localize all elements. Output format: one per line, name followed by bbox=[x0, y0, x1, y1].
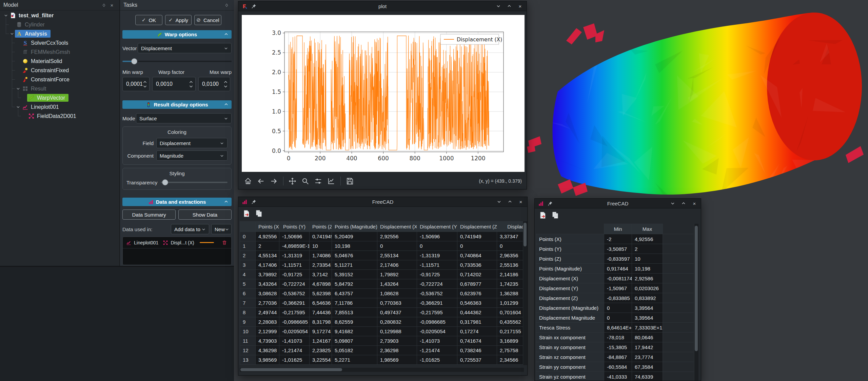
copy-data-icon[interactable] bbox=[551, 211, 559, 219]
table-cell[interactable]: 3,16899 bbox=[497, 336, 524, 346]
table-cell[interactable]: 3,37347 bbox=[497, 232, 524, 241]
max-value[interactable]: 3,39564 bbox=[632, 303, 663, 313]
table-cell[interactable]: -1,50696 bbox=[417, 232, 457, 241]
table-cell[interactable]: 0,497437 bbox=[377, 308, 417, 317]
min-value[interactable]: 0 bbox=[604, 313, 632, 323]
add-data-to-dropdown[interactable]: Add data to bbox=[171, 224, 209, 234]
table-cell[interactable]: 1,08628 bbox=[377, 289, 417, 298]
max-warp-spinbox[interactable]: 0,0100 bbox=[198, 77, 230, 91]
table-cell[interactable]: 4,55134 bbox=[256, 251, 279, 260]
spin-arrows-icon[interactable] bbox=[143, 81, 147, 88]
table-cell[interactable]: 2,92556 bbox=[377, 232, 417, 241]
table-cell[interactable]: 1,98569 bbox=[377, 355, 417, 365]
table-cell[interactable]: -1,41073 bbox=[279, 336, 310, 346]
table-cell[interactable]: 0,546363 bbox=[457, 298, 497, 308]
table-cell[interactable]: 4,73903 bbox=[256, 336, 279, 346]
table-row[interactable]: Points (Z)-0,83359710 bbox=[536, 254, 694, 264]
table-cell[interactable]: 0,129988 bbox=[377, 327, 417, 336]
tree-item-test_wd_filter[interactable]: test_wd_filter bbox=[0, 11, 119, 20]
pin-icon[interactable] bbox=[547, 201, 553, 206]
tree-item-cylinder[interactable]: Cylinder bbox=[0, 20, 119, 29]
table-cell[interactable]: -4,89859E-16 bbox=[279, 241, 310, 251]
component-dropdown[interactable]: Magnitude bbox=[156, 151, 228, 161]
table-row[interactable]: 92,28083-0,09866858,317988,625590,280832… bbox=[240, 317, 524, 327]
min-value[interactable]: -3,50857 bbox=[604, 244, 632, 254]
chevron-up-icon[interactable] bbox=[224, 32, 229, 38]
show-data-button[interactable]: Show Data bbox=[178, 209, 232, 220]
table-cell[interactable]: 7,85513 bbox=[332, 308, 377, 317]
max-value[interactable]: 67,3584 bbox=[632, 362, 663, 372]
table-row[interactable]: 34,17406-1,115712,733545,112712,17406-1,… bbox=[240, 260, 524, 270]
min-value[interactable]: -2 bbox=[604, 234, 632, 244]
table-cell[interactable]: 0,701604 bbox=[497, 308, 524, 317]
table-cell[interactable]: 0 bbox=[417, 241, 457, 251]
vector-dropdown[interactable]: Displacement bbox=[138, 43, 232, 53]
table-cell[interactable]: 5,11271 bbox=[332, 260, 377, 270]
table-cell[interactable]: 1,24167 bbox=[310, 336, 332, 346]
cylinder-end-cap[interactable] bbox=[767, 13, 862, 160]
table-cell[interactable]: 2,55134 bbox=[377, 251, 417, 260]
forward-icon[interactable] bbox=[269, 176, 278, 186]
table-cell[interactable]: 2,75758 bbox=[497, 346, 524, 355]
min-value[interactable]: -15,3805 bbox=[604, 342, 632, 352]
column-header[interactable]: Displacement (Y) bbox=[417, 222, 457, 232]
pan-icon[interactable] bbox=[288, 176, 297, 186]
horizontal-scrollbar[interactable] bbox=[240, 368, 524, 372]
table-cell[interactable]: 0,738246 bbox=[457, 346, 497, 355]
trash-icon[interactable] bbox=[222, 240, 227, 245]
close-window-icon[interactable]: × bbox=[517, 3, 523, 9]
close-window-icon[interactable]: × bbox=[691, 200, 697, 206]
tree-item-femmeshgmsh[interactable]: FEMMeshGmsh bbox=[0, 47, 119, 57]
column-header[interactable]: Displacement (X) bbox=[377, 222, 417, 232]
table-cell[interactable]: 0,17274 bbox=[457, 327, 497, 336]
table-cell[interactable]: -0,91725 bbox=[279, 270, 310, 279]
table-cell[interactable]: -0,217595 bbox=[279, 308, 310, 317]
max-value[interactable]: 7,33303E+12 bbox=[632, 323, 663, 333]
table-cell[interactable]: -1,21474 bbox=[417, 346, 457, 355]
minimize-window-icon[interactable] bbox=[496, 199, 502, 205]
min-value[interactable]: -0,833885 bbox=[604, 293, 632, 303]
table-cell[interactable]: -1,01625 bbox=[417, 355, 457, 365]
table-cell[interactable]: 4,36298 bbox=[256, 346, 279, 355]
tree-item-solverccxtools[interactable]: SSolverCcxTools bbox=[0, 38, 119, 47]
min-value[interactable]: -78,018 bbox=[604, 333, 632, 342]
export-data-icon[interactable] bbox=[539, 211, 547, 219]
table-cell[interactable]: 4,67898 bbox=[310, 279, 332, 289]
table-cell[interactable]: 1,74235 bbox=[497, 279, 524, 289]
table-cell[interactable]: -0,217595 bbox=[417, 308, 457, 317]
max-value[interactable]: 80,0646 bbox=[632, 333, 663, 342]
min-warp-spinbox[interactable]: 0,0001 bbox=[122, 77, 150, 91]
table-cell[interactable]: -0,366291 bbox=[279, 298, 310, 308]
slider-knob[interactable] bbox=[131, 58, 137, 64]
table-cell[interactable]: 5,84792 bbox=[332, 279, 377, 289]
slider-knob[interactable] bbox=[162, 179, 168, 185]
table-cell[interactable]: -1,31319 bbox=[279, 251, 310, 260]
table-cell[interactable]: -0,536752 bbox=[279, 289, 310, 298]
table-row[interactable]: Points (Y)-3,508572 bbox=[536, 244, 694, 254]
table-row[interactable]: Strain xz component-84,886723,7774 bbox=[536, 352, 694, 362]
table-cell[interactable]: 0,714202 bbox=[457, 270, 497, 279]
column-header[interactable]: Displaceme bbox=[497, 222, 524, 232]
min-value[interactable]: -60,5584 bbox=[604, 362, 632, 372]
table-row[interactable]: Strain xx component-78,01880,0646 bbox=[536, 333, 694, 342]
table-cell[interactable]: 1,36288 bbox=[497, 289, 524, 298]
table-cell[interactable]: 0,280832 bbox=[377, 317, 417, 327]
plot-canvas[interactable]: 0200400600800100012000.00.51.01.52.02.53… bbox=[242, 15, 525, 172]
table-cell[interactable]: 5,2271 bbox=[332, 355, 377, 365]
table-cell[interactable]: -1,21474 bbox=[279, 346, 310, 355]
table-row[interactable]: 114,73903-1,410731,241675,098072,73903-1… bbox=[240, 336, 524, 346]
table-cell[interactable]: 8,62559 bbox=[332, 317, 377, 327]
max-value[interactable]: 2 bbox=[632, 244, 663, 254]
minmax-table[interactable]: MinMaxPoints (X)-24,92556Points (Y)-3,50… bbox=[536, 224, 694, 381]
table-cell[interactable]: 6,54636 bbox=[310, 298, 332, 308]
table-cell[interactable]: 5,05182 bbox=[332, 346, 377, 355]
result-display-options-header[interactable]: Result display options bbox=[122, 100, 232, 109]
close-window-icon[interactable]: × bbox=[518, 199, 524, 205]
table-cell[interactable]: 0,435562 bbox=[497, 317, 524, 327]
scrollbar-thumb[interactable] bbox=[695, 226, 698, 351]
table-row[interactable]: 53,43264-0,7227244,678985,847921,43264-0… bbox=[240, 279, 524, 289]
tree-item-constraintforce[interactable]: ConstraintForce bbox=[0, 75, 119, 84]
min-value[interactable]: -84,8867 bbox=[604, 352, 632, 362]
table-row[interactable]: 24,55134-1,313191,740865,046762,55134-1,… bbox=[240, 251, 524, 260]
max-value[interactable]: 0,0203026 bbox=[632, 283, 663, 293]
